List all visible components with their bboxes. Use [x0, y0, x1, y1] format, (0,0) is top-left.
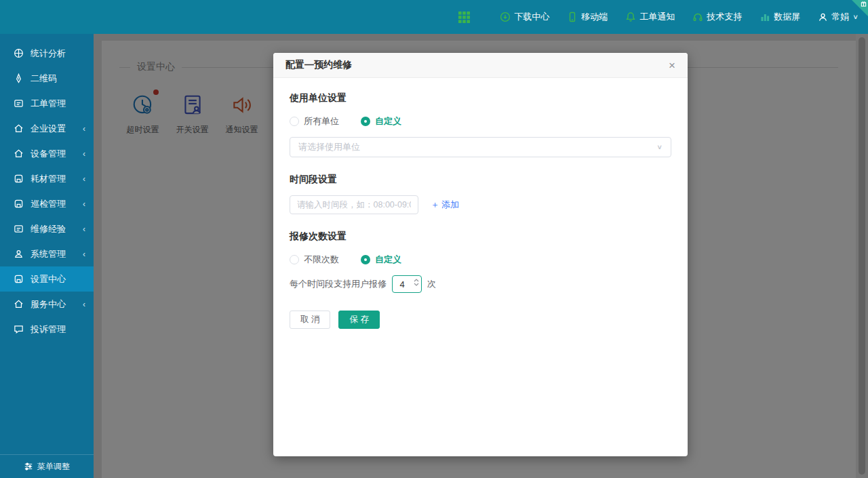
unit-radio-group: 所有单位 自定义: [290, 115, 671, 127]
pie-chart-icon: [14, 48, 24, 58]
repair-count-input[interactable]: [393, 279, 412, 290]
time-section-heading: 时间段设置: [290, 174, 671, 186]
mobile-icon: [567, 12, 578, 22]
add-time-period-link[interactable]: ＋ 添加: [431, 199, 459, 211]
save-button[interactable]: 保 存: [338, 311, 379, 329]
box-icon: [14, 174, 24, 184]
count-row-suffix: 次: [427, 278, 436, 290]
menu-adjust-button[interactable]: 菜单调整: [0, 454, 94, 478]
apps-grid-icon[interactable]: [458, 12, 470, 23]
chevron-left-icon: ‹: [83, 250, 85, 259]
sidebar-item-settings-center[interactable]: 设置中心: [0, 266, 94, 292]
chevron-left-icon: ‹: [83, 224, 85, 234]
top-bar: 下载中心 移动端 工单通知 技术支持: [0, 0, 868, 34]
radio-custom-units[interactable]: 自定义: [361, 115, 401, 127]
sidebar: 统计分析 二维码 工单管理 企业设置 ‹ 设: [0, 34, 94, 478]
chat-bubble-icon: [14, 324, 24, 334]
unit-select-placeholder: 请选择使用单位: [298, 141, 360, 153]
repair-count-stepper: [392, 275, 422, 293]
nav-data-screen[interactable]: 数据屏: [760, 11, 800, 23]
sidebar-item-complaints[interactable]: 投诉管理: [0, 317, 94, 342]
chevron-left-icon: ‹: [83, 149, 85, 159]
nav-download-center[interactable]: 下载中心: [500, 11, 549, 23]
radio-unlimited-count[interactable]: 不限次数: [290, 254, 339, 266]
unit-section-heading: 使用单位设置: [290, 92, 671, 104]
stepper-up-icon[interactable]: [414, 279, 419, 282]
stepper-down-icon[interactable]: [414, 283, 419, 286]
box-icon: [14, 199, 24, 209]
chevron-left-icon: ‹: [83, 300, 85, 309]
cancel-button[interactable]: 取 消: [290, 311, 330, 329]
modal-title: 配置—预约维修: [285, 59, 352, 71]
nav-workorder-notice[interactable]: 工单通知: [625, 11, 675, 23]
chevron-down-icon: ∨: [656, 143, 663, 151]
chevron-left-icon: ‹: [83, 174, 85, 184]
modal-body: 使用单位设置 所有单位 自定义 请选择使用单位 ∨ 时间段设置 ＋ 添加 报修次…: [273, 78, 688, 329]
workorder-card-icon: [14, 98, 24, 108]
sidebar-item-system[interactable]: 系统管理 ‹: [0, 241, 94, 266]
user-icon: [818, 12, 828, 22]
home-icon: [14, 123, 24, 134]
document-icon: [14, 224, 24, 234]
time-period-input[interactable]: [290, 195, 418, 214]
close-icon[interactable]: ×: [669, 60, 675, 71]
appointment-config-modal: 配置—预约维修 × 使用单位设置 所有单位 自定义 请选择使用单位 ∨ 时间段设…: [273, 53, 688, 456]
count-row-prefix: 每个时间段支持用户报修: [290, 278, 387, 290]
radio-circle: [290, 117, 299, 126]
chevron-left-icon: ‹: [83, 199, 85, 209]
home-icon: [14, 148, 24, 159]
chevron-left-icon: ‹: [83, 124, 85, 134]
sidebar-item-inspection[interactable]: 巡检管理 ‹: [0, 191, 94, 216]
plus-icon: ＋: [431, 199, 439, 211]
unit-select[interactable]: 请选择使用单位 ∨: [290, 137, 671, 157]
nav-mobile[interactable]: 移动端: [567, 11, 608, 23]
sidebar-item-devices[interactable]: 设备管理 ‹: [0, 141, 94, 166]
count-section-heading: 报修次数设置: [290, 231, 671, 243]
home-icon: [14, 299, 24, 309]
sidebar-item-enterprise[interactable]: 企业设置 ‹: [0, 116, 94, 141]
radio-circle: [361, 117, 370, 126]
nav-tech-support[interactable]: 技术支持: [692, 11, 742, 23]
sidebar-item-qrcode[interactable]: 二维码: [0, 66, 94, 91]
sidebar-item-statistics[interactable]: 统计分析: [0, 41, 94, 66]
radio-all-units[interactable]: 所有单位: [290, 115, 339, 127]
count-radio-group: 不限次数 自定义: [290, 254, 671, 266]
settings-box-icon: [14, 274, 24, 284]
top-nav: 下载中心 移动端 工单通知 技术支持: [458, 0, 859, 34]
sidebar-item-workorder[interactable]: 工单管理: [0, 91, 94, 116]
sidebar-item-experience[interactable]: 维修经验 ‹: [0, 216, 94, 241]
person-icon: [14, 249, 24, 259]
sidebar-item-service-center[interactable]: 服务中心 ‹: [0, 292, 94, 317]
bar-chart-icon: [760, 12, 770, 22]
pen-icon: [14, 73, 24, 83]
radio-custom-count[interactable]: 自定义: [361, 254, 401, 266]
bell-icon: [625, 12, 636, 22]
modal-header: 配置—预约维修 ×: [273, 53, 688, 78]
sidebar-item-consumables[interactable]: 耗材管理 ‹: [0, 166, 94, 191]
sliders-icon: [24, 462, 33, 471]
ribbon-gift-icon: [861, 1, 867, 7]
download-icon: [500, 12, 511, 22]
radio-circle: [361, 255, 370, 264]
radio-circle: [290, 255, 299, 264]
headset-icon: [692, 12, 703, 22]
